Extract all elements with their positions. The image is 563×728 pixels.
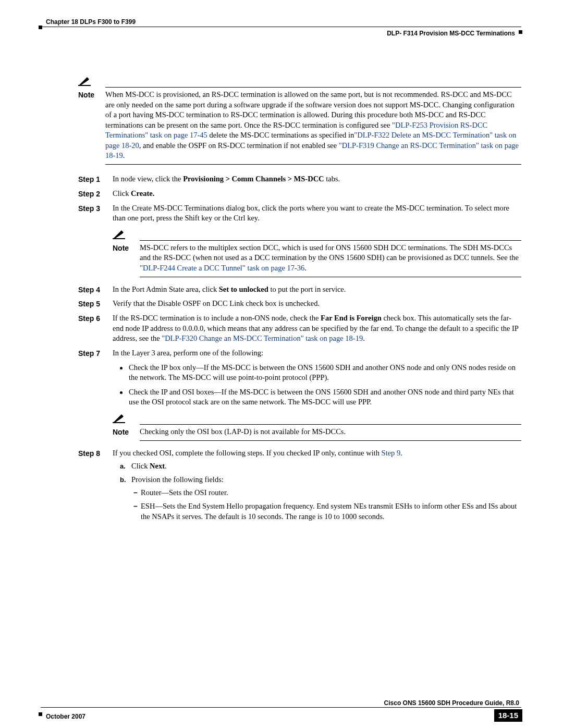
note-block-step3: Note MS-DCC refers to the multiplex sect… xyxy=(113,230,521,277)
note-body: Checking only the OSI box (LAP-D) is not… xyxy=(140,427,521,437)
note-label: Note xyxy=(113,427,140,437)
step-text-bold: Create. xyxy=(131,189,154,198)
bullet-icon xyxy=(120,391,123,394)
link-dlp-f320[interactable]: "DLP-F320 Change an MS-DCC Termination" … xyxy=(162,334,363,342)
step-body: In node view, click the Provisioning > C… xyxy=(113,174,521,184)
step-body: Verify that the Disable OSPF on DCC Link… xyxy=(113,299,521,309)
step-body: Click Create. xyxy=(113,189,521,199)
substep-body: Provision the following fields: xyxy=(131,475,224,485)
bullet-list: Check the IP box only—If the MS-DCC is b… xyxy=(113,363,521,408)
substep-b: b. Provision the following fields: xyxy=(113,475,521,485)
step-text-bold: Set to unlocked xyxy=(219,285,268,293)
substep-a: a. Click Next. xyxy=(113,461,521,472)
chapter-title: Chapter 18 DLPs F300 to F399 xyxy=(46,18,136,26)
link-step9[interactable]: Step 9 xyxy=(382,449,401,457)
step-label: Step 1 xyxy=(78,174,113,184)
note-rule xyxy=(105,164,521,165)
step-8: Step 8 If you checked OSI, complete the … xyxy=(78,448,521,525)
substep-label: b. xyxy=(120,475,131,485)
step-text: tabs. xyxy=(324,175,340,183)
substep-text-bold: Next xyxy=(150,462,165,470)
step-text: In the Port Admin State area, click xyxy=(113,285,219,293)
step-body: If you checked OSI, complete the followi… xyxy=(113,448,521,525)
note-label: Note xyxy=(78,90,105,100)
steps-list: Step 1 In node view, click the Provision… xyxy=(78,174,521,525)
page-header: Chapter 18 DLPs F300 to F399 DLP- F314 P… xyxy=(41,18,521,38)
dash-text: Router—Sets the OSI router. xyxy=(141,488,228,498)
note-rule xyxy=(140,440,521,441)
step-label: Step 2 xyxy=(78,189,113,199)
step-text: If you checked OSI, complete the followi… xyxy=(113,449,382,457)
step-6: Step 6 If the RS-DCC termination is to i… xyxy=(78,313,521,344)
svg-rect-0 xyxy=(78,85,91,86)
bullet-icon xyxy=(120,367,123,369)
section-title: DLP- F314 Provision MS-DCC Terminations xyxy=(387,29,515,38)
step-label: Step 7 xyxy=(78,348,113,359)
step-text: to put the port in service. xyxy=(268,285,346,293)
page: Chapter 18 DLPs F300 to F399 DLP- F314 P… xyxy=(0,0,563,728)
link-dlp-f244[interactable]: "DLP-F244 Create a DCC Tunnel" task on p… xyxy=(140,264,304,272)
content-area: Note When MS-DCC is provisioned, an RS-D… xyxy=(41,38,521,525)
note-text: MS-DCC refers to the multiplex section D… xyxy=(140,243,519,262)
step-text-bold: Far End is Foreign xyxy=(321,314,382,322)
step-3: Step 3 In the Create MS-DCC Terminations… xyxy=(78,203,521,279)
step-text: In the Create MS-DCC Terminations dialog… xyxy=(113,204,509,223)
step-body: In the Layer 3 area, perform one of the … xyxy=(113,348,521,443)
substep-text: . xyxy=(165,462,167,470)
step-5: Step 5 Verify that the Disable OSPF on D… xyxy=(78,299,521,309)
substep-body: Click Next. xyxy=(131,461,167,472)
note-label: Note xyxy=(113,243,140,253)
step-label: Step 5 xyxy=(78,299,113,309)
step-1: Step 1 In node view, click the Provision… xyxy=(78,174,521,184)
note-block-step7: Note Checking only the OSI box (LAP-D) i… xyxy=(113,414,521,441)
note-text: . xyxy=(123,151,125,159)
note-rule xyxy=(140,424,521,425)
note-block-main: Note When MS-DCC is provisioned, an RS-D… xyxy=(78,77,521,165)
step-text: . xyxy=(363,334,365,342)
footer-marker-icon xyxy=(39,712,42,716)
bullet-text: Check the IP box only—If the MS-DCC is b… xyxy=(129,363,521,383)
step-body: In the Create MS-DCC Terminations dialog… xyxy=(113,203,521,279)
dash-item: – ESH—Sets the End System Hello propagat… xyxy=(113,501,521,522)
note-text: , and enable the OSPF on RS-DCC terminat… xyxy=(139,141,339,150)
note-text: delete the MS-DCC terminations as specif… xyxy=(207,131,354,139)
step-text: . xyxy=(400,449,402,457)
header-end-marker-icon xyxy=(519,30,522,34)
step-label: Step 3 xyxy=(78,203,113,214)
pencil-icon xyxy=(113,414,127,423)
step-4: Step 4 In the Port Admin State area, cli… xyxy=(78,285,521,295)
svg-rect-1 xyxy=(113,238,125,239)
note-text: . xyxy=(304,264,307,272)
note-body: When MS-DCC is provisioned, an RS-DCC te… xyxy=(105,90,521,161)
step-text-bold: Provisioning > Comm Channels > MS-DCC xyxy=(183,175,324,183)
pencil-icon xyxy=(113,230,127,239)
step-body: In the Port Admin State area, click Set … xyxy=(113,285,521,295)
step-text: In node view, click the xyxy=(113,175,183,183)
page-number: 18-15 xyxy=(494,709,522,722)
note-rule xyxy=(105,87,521,88)
step-label: Step 6 xyxy=(78,313,113,324)
step-label: Step 8 xyxy=(78,448,113,459)
step-text: Click xyxy=(113,189,131,198)
step-7: Step 7 In the Layer 3 area, perform one … xyxy=(78,348,521,443)
footer-guide-title: Cisco ONS 15600 SDH Procedure Guide, R8.… xyxy=(384,699,519,707)
step-body: If the RS-DCC termination is to include … xyxy=(113,313,521,344)
note-rule xyxy=(140,277,521,277)
note-rule xyxy=(140,240,521,241)
note-body: MS-DCC refers to the multiplex section D… xyxy=(140,243,521,274)
step-label: Step 4 xyxy=(78,285,113,295)
substep-label: a. xyxy=(120,461,131,471)
footer-date: October 2007 xyxy=(46,712,85,721)
dash-icon: – xyxy=(133,501,141,511)
substep-text: Click xyxy=(131,462,150,470)
footer-rule xyxy=(41,707,521,708)
svg-rect-2 xyxy=(113,422,125,423)
step-text: In the Layer 3 area, perform one of the … xyxy=(113,349,263,357)
list-item: Check the IP and OSI boxes—If the MS-DCC… xyxy=(113,387,521,408)
dash-text: ESH—Sets the End System Hello propagatio… xyxy=(141,501,521,522)
step-text: If the RS-DCC termination is to include … xyxy=(113,314,321,322)
list-item: Check the IP box only—If the MS-DCC is b… xyxy=(113,363,521,383)
header-rule xyxy=(41,27,521,27)
dash-icon: – xyxy=(133,488,141,498)
dash-item: – Router—Sets the OSI router. xyxy=(113,488,521,498)
